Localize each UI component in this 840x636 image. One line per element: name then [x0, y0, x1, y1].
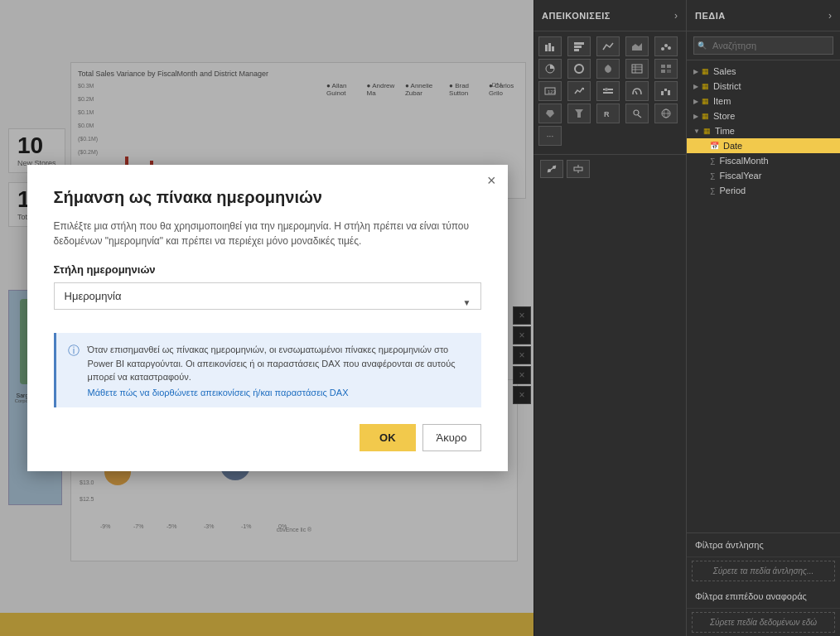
search-input[interactable]	[693, 36, 833, 55]
svg-rect-24	[603, 92, 613, 94]
field-item-time[interactable]: ▼ ▦ Time	[687, 123, 840, 138]
label-period: Period	[719, 186, 746, 195]
viz-icon-pie[interactable]	[538, 59, 562, 79]
svg-point-8	[664, 44, 668, 47]
svg-line-26	[635, 91, 637, 94]
filter-drag-item[interactable]: Φίλτρα άντλησης	[687, 533, 840, 557]
viz-icon-filled-map[interactable]	[538, 104, 562, 123]
icon-period: ∑	[710, 186, 715, 195]
viz-icon-gauge[interactable]	[625, 81, 649, 101]
svg-point-7	[661, 47, 664, 51]
svg-rect-3	[574, 42, 584, 45]
fields-panel-arrow: ›	[828, 10, 832, 22]
svg-rect-1	[548, 43, 551, 51]
field-tree: ▶ ▦ Sales ▶ ▦ District ▶ ▦ Item ▶ ▦ Stor…	[687, 60, 840, 201]
info-icon: ⓘ	[68, 344, 80, 359]
icon-sales: ▦	[702, 67, 709, 75]
field-sub-date[interactable]: 📅 Date	[687, 138, 840, 153]
field-item-item[interactable]: ▶ ▦ Item	[687, 94, 840, 108]
svg-rect-0	[545, 45, 548, 51]
viz-icon-waterfall[interactable]	[654, 81, 678, 101]
info-content: Όταν επισημανθεί ως πίνακας ημερομηνιών,…	[88, 343, 470, 398]
filter-drag-data[interactable]: Σύρετε πεδία δεδομένων εδώ	[692, 612, 835, 633]
svg-point-32	[634, 110, 639, 115]
modal-section-label: Στήλη ημερομηνιών	[54, 263, 481, 276]
viz-panel: ΑΠΕΙΚΟΝΙΣΕΙΣ ›	[533, 0, 687, 636]
info-text: Όταν επισημανθεί ως πίνακας ημερομηνιών,…	[88, 343, 470, 384]
viz-icon-matrix[interactable]	[654, 59, 678, 79]
svg-rect-17	[667, 65, 671, 68]
ok-button[interactable]: OK	[360, 424, 416, 451]
viz-icon-donut[interactable]	[567, 59, 591, 79]
arrow-sales: ▶	[693, 68, 698, 75]
arrow-time: ▼	[693, 128, 700, 135]
arrow-item: ▶	[693, 98, 698, 105]
modal-overlay: × Σήμανση ως πίνακα ημερομηνιών Επιλέξτε…	[0, 0, 534, 636]
modal-buttons: OK Άκυρο	[54, 424, 481, 451]
field-wells	[533, 154, 686, 186]
modal-dialog: × Σήμανση ως πίνακα ημερομηνιών Επιλέξτε…	[27, 165, 508, 471]
filter-report-item[interactable]: Φίλτρα επιπέδου αναφοράς	[687, 585, 840, 609]
svg-rect-12	[632, 65, 642, 73]
viz-icon-funnel[interactable]	[567, 104, 591, 123]
label-district: District	[713, 81, 741, 91]
label-fiscalmonth: FiscalMonth	[719, 156, 768, 166]
field-sub-period[interactable]: ∑ Period	[687, 183, 840, 198]
viz-icon-slicer[interactable]	[596, 81, 620, 101]
fields-panel-title: ΠΕΔΙΑ	[695, 11, 726, 21]
svg-line-33	[638, 115, 641, 118]
icon-store: ▦	[702, 112, 709, 120]
field-sub-fiscalyear[interactable]: ∑ FiscalYear	[687, 168, 840, 183]
modal-info-box: ⓘ Όταν επισημανθεί ως πίνακας ημερομηνιώ…	[54, 333, 481, 407]
fields-search-area	[687, 31, 840, 60]
right-panel: ΑΠΕΙΚΟΝΙΣΕΙΣ ›	[533, 0, 840, 636]
field-item-store[interactable]: ▶ ▦ Store	[687, 108, 840, 123]
arrow-district: ▶	[693, 83, 698, 90]
modal-description: Επιλέξτε μια στήλη που θα χρησιμοποιηθεί…	[54, 219, 481, 248]
dropdown-wrapper: Ημερομηνία FiscalMonth FiscalYear Period	[54, 282, 481, 321]
viz-icon-table[interactable]	[625, 59, 649, 79]
icon-time: ▦	[703, 127, 711, 135]
date-column-select[interactable]: Ημερομηνία FiscalMonth FiscalYear Period	[54, 282, 481, 310]
svg-rect-19	[667, 70, 671, 73]
viz-icon-map[interactable]	[596, 59, 620, 79]
label-item: Item	[713, 96, 731, 106]
viz-icon-scatter[interactable]	[654, 36, 678, 56]
icon-fiscalmonth: ∑	[710, 157, 715, 165]
arrow-store: ▶	[693, 113, 698, 120]
viz-icon-area[interactable]	[625, 36, 649, 56]
svg-point-38	[548, 169, 551, 172]
info-link[interactable]: Μάθετε πώς να διορθώνετε απεικονίσεις ή/…	[88, 388, 470, 398]
viz-icon-line[interactable]	[596, 36, 620, 56]
viz-icon-col[interactable]	[567, 36, 591, 56]
label-store: Store	[713, 111, 735, 121]
svg-rect-16	[661, 65, 665, 68]
viz-panel-arrow: ›	[674, 10, 678, 22]
fields-panel: ΠΕΔΙΑ › ▶ ▦ Sales ▶ ▦ District ▶ ▦	[687, 0, 840, 636]
viz-icons-grid: 123 R	[533, 31, 686, 151]
svg-point-25	[605, 88, 608, 91]
field-item-sales[interactable]: ▶ ▦ Sales	[687, 64, 840, 79]
svg-point-11	[575, 65, 583, 73]
modal-close-button[interactable]: ×	[487, 173, 496, 188]
label-fiscalyear: FiscalYear	[719, 171, 761, 181]
viz-panel-header: ΑΠΕΙΚΟΝΙΣΕΙΣ ›	[533, 0, 686, 31]
modal-title: Σήμανση ως πίνακα ημερομηνιών	[54, 188, 481, 207]
field-sub-fiscalmonth[interactable]: ∑ FiscalMonth	[687, 153, 840, 168]
icon-item: ▦	[702, 97, 709, 105]
svg-marker-30	[575, 109, 583, 118]
filter-drag-here[interactable]: Σύρετε τα πεδία άντλησης...	[692, 561, 835, 581]
cancel-button[interactable]: Άκυρο	[422, 424, 481, 451]
viz-icon-kpi[interactable]	[567, 81, 591, 101]
viz-icon-globe[interactable]	[654, 104, 678, 123]
viz-icon-bar[interactable]	[538, 36, 562, 56]
well-icon-1[interactable]	[540, 160, 563, 178]
field-item-district[interactable]: ▶ ▦ District	[687, 79, 840, 94]
viz-icon-aq[interactable]	[625, 104, 649, 123]
well-icon-2[interactable]	[567, 160, 590, 178]
viz-icon-more[interactable]: ···	[538, 126, 562, 146]
viz-icon-r-visual[interactable]: R	[596, 104, 620, 123]
svg-rect-29	[668, 90, 670, 95]
svg-point-39	[553, 166, 556, 169]
viz-icon-card[interactable]: 123	[538, 81, 562, 101]
